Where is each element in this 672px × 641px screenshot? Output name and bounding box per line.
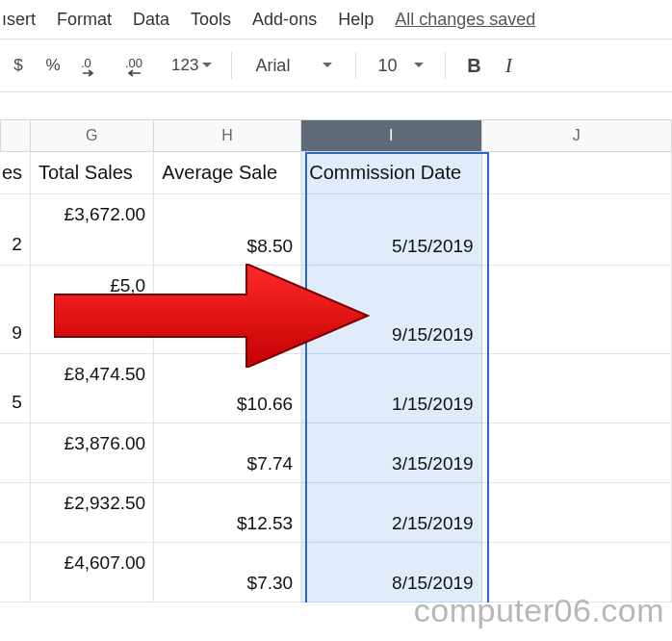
cell-commission-date[interactable]: 5/15/2019	[301, 194, 482, 266]
menu-help[interactable]: Help	[338, 10, 374, 30]
svg-text:.00: .00	[125, 56, 142, 70]
cell[interactable]	[0, 543, 31, 603]
cell-average-sale[interactable]: $10.66	[154, 354, 301, 423]
chevron-down-icon	[202, 63, 212, 68]
font-size-label: 10	[377, 56, 397, 76]
font-size-select[interactable]: 10	[370, 56, 431, 76]
cell-average-sale[interactable]: $7.30	[154, 543, 301, 603]
cell-average-sale-header[interactable]: Average Sale	[154, 152, 301, 194]
cell[interactable]: es	[0, 152, 31, 194]
column-header-blank[interactable]	[0, 119, 31, 152]
cell[interactable]	[482, 543, 672, 603]
cell-total-sales[interactable]: £2,932.50	[31, 483, 154, 543]
toolbar-separator	[445, 52, 446, 79]
table-row: £4,607.00$7.308/15/2019	[0, 543, 672, 603]
font-family-select[interactable]: Arial	[246, 56, 342, 76]
cell-total-sales[interactable]: £5,0	[31, 266, 154, 354]
chevron-down-icon	[323, 63, 332, 68]
font-family-label: Arial	[255, 56, 290, 76]
cell-commission-date[interactable]: 9/15/2019	[301, 266, 482, 354]
spreadsheet-grid: G H I J es Total Sales Average Sale Comm…	[0, 119, 672, 603]
column-header-g[interactable]: G	[31, 119, 154, 152]
cell[interactable]	[0, 423, 31, 483]
cell-average-sale[interactable]	[154, 266, 301, 354]
selection-border	[487, 152, 489, 603]
cell-total-sales[interactable]: £4,607.00	[31, 543, 154, 603]
cell-commission-date[interactable]: 8/15/2019	[301, 543, 482, 603]
italic-button[interactable]: I	[494, 48, 523, 83]
cell-commission-date[interactable]: 1/15/2019	[301, 354, 482, 423]
column-header-h[interactable]: H	[154, 119, 301, 152]
cell[interactable]	[482, 423, 672, 483]
decrease-decimal-button[interactable]: .0	[73, 48, 112, 83]
menu-insert[interactable]: ısert	[2, 10, 36, 30]
column-header-j[interactable]: J	[482, 119, 672, 152]
cell-total-sales-header[interactable]: Total Sales	[31, 152, 154, 194]
menu-bar: ısert Format Data Tools Add-ons Help All…	[0, 0, 672, 38]
changes-saved-link[interactable]: All changes saved	[395, 10, 535, 30]
column-header-i[interactable]: I	[301, 119, 482, 152]
cell-total-sales[interactable]: £3,876.00	[31, 423, 154, 483]
menu-format[interactable]: Format	[57, 10, 112, 30]
menu-data[interactable]: Data	[133, 10, 169, 30]
toolbar-separator	[231, 52, 232, 79]
cell[interactable]: 2	[0, 194, 31, 266]
cell[interactable]	[482, 354, 672, 423]
more-formats-label: 123	[171, 56, 198, 75]
more-formats-button[interactable]: 123	[166, 48, 218, 83]
cell-commission-date[interactable]: 3/15/2019	[301, 423, 482, 483]
format-percent-button[interactable]: %	[39, 48, 67, 83]
svg-text:.0: .0	[81, 56, 91, 70]
selection-border	[305, 152, 307, 603]
toolbar-separator	[355, 52, 356, 79]
cell-average-sale[interactable]: $8.50	[154, 194, 301, 266]
table-row: 9£5,09/15/2019	[0, 266, 672, 354]
table-row: 5£8,474.50$10.661/15/2019	[0, 354, 672, 423]
cell[interactable]: 5	[0, 354, 31, 423]
data-rows: es Total Sales Average Sale Commission D…	[0, 152, 672, 603]
bold-button[interactable]: B	[459, 48, 488, 83]
cell[interactable]	[482, 194, 672, 266]
selection-border	[305, 152, 488, 154]
cell-average-sale[interactable]: $12.53	[154, 483, 301, 543]
table-row: £2,932.50$12.532/15/2019	[0, 483, 672, 543]
cell-average-sale[interactable]: $7.74	[154, 423, 301, 483]
cell[interactable]	[482, 152, 672, 194]
increase-decimal-button[interactable]: .00	[117, 48, 160, 83]
cell[interactable]: 9	[0, 266, 31, 354]
cell[interactable]	[0, 483, 31, 543]
table-header-row: es Total Sales Average Sale Commission D…	[0, 152, 672, 194]
menu-tools[interactable]: Tools	[191, 10, 231, 30]
column-headers: G H I J	[0, 119, 672, 152]
cell-total-sales[interactable]: £3,672.00	[31, 194, 154, 266]
toolbar: $ % .0 .00 123 Arial 10 B I	[0, 38, 672, 92]
table-row: £3,876.00$7.743/15/2019	[0, 423, 672, 483]
cell-total-sales[interactable]: £8,474.50	[31, 354, 154, 423]
menu-addons[interactable]: Add-ons	[252, 10, 317, 30]
cell[interactable]	[482, 483, 672, 543]
format-currency-button[interactable]: $	[4, 48, 33, 83]
chevron-down-icon	[414, 63, 424, 68]
cell-commission-date-header[interactable]: Commission Date	[301, 152, 481, 194]
cell[interactable]	[482, 266, 672, 354]
table-row: 2£3,672.00$8.505/15/2019	[0, 194, 672, 266]
cell-commission-date[interactable]: 2/15/2019	[301, 483, 482, 543]
